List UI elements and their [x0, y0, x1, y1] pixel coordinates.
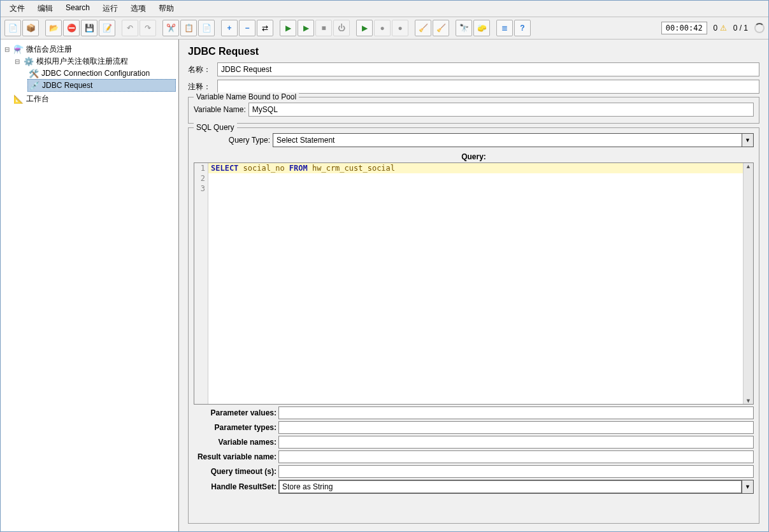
tree-workbench[interactable]: 📐 工作台 — [3, 93, 176, 105]
param-types-input[interactable] — [278, 421, 754, 434]
menu-options[interactable]: 选项 — [127, 2, 150, 15]
close-button[interactable]: ⛔ — [63, 20, 80, 36]
tree-testplan[interactable]: ⊟ ⚗️ 微信会员注册 — [3, 43, 176, 55]
thread-count: 0 / 1 — [733, 24, 748, 32]
tool-icon: 📐 — [13, 94, 24, 104]
paste-button[interactable]: 📄 — [198, 20, 215, 36]
handle-resultset-select[interactable]: ▼ — [278, 480, 754, 494]
scroll-down-icon[interactable]: ▼ — [745, 398, 751, 404]
remote-stop-button[interactable]: ● — [374, 20, 391, 36]
name-input[interactable] — [217, 62, 759, 76]
cut-icon: ✂️ — [166, 24, 176, 32]
tree-label: 模拟用户关注领取注册流程 — [36, 56, 128, 67]
redo-icon: ↷ — [145, 24, 151, 32]
start-noTimers-button[interactable]: ▶ — [298, 20, 314, 36]
flask-icon: ⚗️ — [13, 45, 24, 55]
play-icon: ▶ — [285, 24, 291, 32]
name-label: 名称： — [188, 64, 213, 75]
copy-button[interactable]: 📋 — [180, 20, 197, 36]
param-values-input[interactable] — [278, 406, 754, 419]
search-button[interactable]: 🔭 — [456, 20, 472, 36]
tree-label: JDBC Request — [42, 81, 92, 90]
undo-button[interactable]: ↶ — [122, 20, 138, 36]
variable-names-input[interactable] — [278, 436, 754, 449]
dropper-icon: 💉 — [29, 80, 40, 90]
param-types-label: Parameter types: — [194, 423, 277, 432]
remove-button[interactable]: − — [239, 20, 255, 36]
copy-icon: 📋 — [184, 24, 194, 32]
new-button[interactable]: 📄 — [4, 20, 21, 36]
tree-threadgroup[interactable]: ⊟ ⚙️ 模拟用户关注领取注册流程 — [13, 55, 176, 68]
tree-jdbc-config[interactable]: 🛠️ JDBC Connection Configuration — [27, 68, 176, 79]
start-button[interactable]: ▶ — [280, 20, 296, 36]
page-title: JDBC Request — [188, 46, 759, 57]
sql-scrollbar[interactable]: ▲▼ — [743, 163, 753, 404]
redo-button[interactable]: ↷ — [140, 20, 156, 36]
query-type-value[interactable] — [273, 134, 742, 147]
stop-icon: ■ — [321, 24, 326, 32]
menu-file[interactable]: 文件 — [6, 2, 29, 15]
chevron-down-icon[interactable]: ▼ — [742, 134, 753, 147]
sql-query-legend: SQL Query — [194, 123, 237, 132]
result-variable-label: Result variable name: — [194, 452, 277, 461]
file-icon: 📄 — [8, 24, 18, 32]
minus-icon: − — [245, 24, 249, 32]
help-icon: ? — [520, 24, 524, 32]
tree-toggle-icon[interactable]: ⊟ — [15, 58, 21, 65]
saveas-button[interactable]: 📝 — [99, 20, 115, 36]
help-button[interactable]: ? — [514, 20, 531, 36]
tree-jdbc-request[interactable]: 💉 JDBC Request — [27, 79, 176, 92]
timer-display: 00:00:42 — [661, 22, 707, 34]
remote-shutdown-button[interactable]: ● — [392, 20, 408, 36]
save-button[interactable]: 💾 — [81, 20, 97, 36]
reset-search-button[interactable]: 🧽 — [473, 20, 490, 36]
chevron-down-icon[interactable]: ▼ — [742, 480, 753, 493]
handle-resultset-value[interactable] — [279, 480, 742, 493]
broom-all-icon: 🧹 — [436, 24, 446, 32]
comment-input[interactable] — [217, 80, 759, 94]
function-helper-button[interactable]: ≣ — [496, 20, 513, 36]
menu-search[interactable]: Search — [62, 2, 94, 15]
sql-text-area[interactable]: SELECT social_no FROM hw_crm_cust_social — [208, 163, 743, 404]
templates-button[interactable]: 📦 — [22, 20, 39, 36]
add-button[interactable]: + — [221, 20, 238, 36]
result-variable-input[interactable] — [278, 450, 754, 463]
folder-icon: 📂 — [49, 24, 59, 32]
shutdown-button[interactable]: ⏻ — [333, 20, 350, 36]
toolbar: 📄 📦 📂 ⛔ 💾 📝 ↶ ↷ ✂️ 📋 📄 + − ⇄ ▶ ▶ ■ ⏻ ▶ ●… — [1, 17, 768, 40]
variable-pool-legend: Variable Name Bound to Pool — [194, 92, 299, 101]
tree-label: 微信会员注册 — [26, 44, 72, 55]
comment-label: 注释： — [188, 82, 213, 92]
query-timeout-label: Query timeout (s): — [194, 467, 277, 476]
remote-shutdown-icon: ● — [398, 24, 402, 32]
param-values-label: Parameter values: — [194, 408, 277, 417]
undo-icon: ↶ — [127, 24, 133, 32]
scroll-up-icon[interactable]: ▲ — [745, 163, 751, 169]
query-type-select[interactable]: ▼ — [273, 133, 754, 147]
menu-help[interactable]: 帮助 — [155, 2, 178, 15]
menu-run[interactable]: 运行 — [99, 2, 122, 15]
stop-button[interactable]: ■ — [315, 20, 332, 36]
variable-names-label: Variable names: — [194, 438, 277, 447]
handle-resultset-label: Handle ResultSet: — [194, 482, 277, 491]
remote-stop-icon: ● — [380, 24, 384, 32]
warning-count: 0 ⚠ — [714, 24, 727, 32]
box-icon: 📦 — [26, 24, 36, 32]
binoculars-icon: 🔭 — [459, 24, 469, 32]
cut-button[interactable]: ✂️ — [162, 20, 179, 36]
open-button[interactable]: 📂 — [45, 20, 62, 36]
menu-edit[interactable]: 编辑 — [34, 2, 57, 15]
query-timeout-input[interactable] — [278, 465, 754, 478]
menubar: 文件 编辑 Search 运行 选项 帮助 — [1, 1, 768, 17]
toggle-button[interactable]: ⇄ — [257, 20, 273, 36]
broom-icon: 🧹 — [419, 24, 428, 32]
variable-name-input[interactable] — [248, 103, 754, 117]
sql-editor[interactable]: 1 2 3 SELECT social_no FROM hw_crm_cust_… — [194, 162, 754, 405]
clear-button[interactable]: 🧹 — [415, 20, 431, 36]
gear-icon: ⚙️ — [24, 57, 34, 67]
tree-toggle-icon[interactable]: ⊟ — [4, 46, 11, 53]
query-header: Query: — [194, 151, 754, 162]
remote-play-icon: ▶ — [362, 24, 368, 32]
remote-start-button[interactable]: ▶ — [356, 20, 373, 36]
clear-all-button[interactable]: 🧹 — [433, 20, 449, 36]
